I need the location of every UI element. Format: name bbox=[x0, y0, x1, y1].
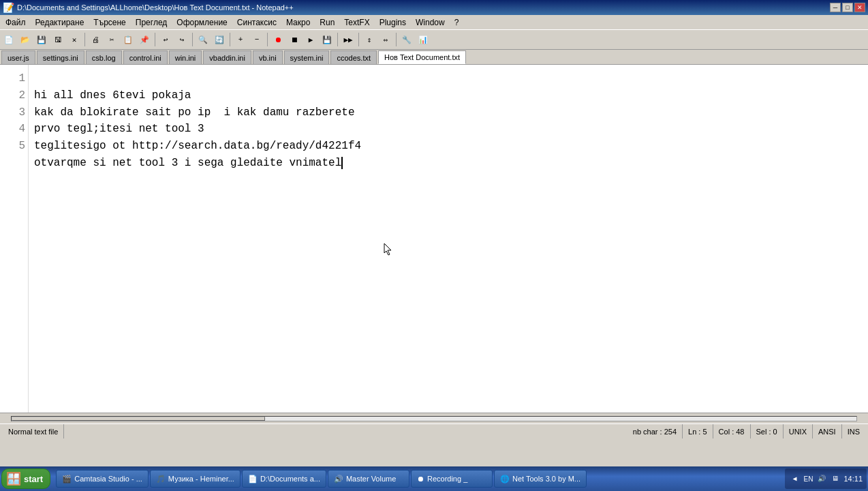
status-eol: UNIX bbox=[784, 424, 813, 438]
start-label: start bbox=[24, 474, 43, 484]
taskbar-label-music: Музика - Heminer... bbox=[168, 475, 234, 483]
taskbar-btn-nettools[interactable]: 🌐 Net Tools 3.0 by M... bbox=[494, 470, 587, 488]
title-bar-title: 📝 D:\Documents and Settings\ALLhome\Desk… bbox=[3, 2, 294, 13]
sync-v-button[interactable]: ⇕ bbox=[362, 32, 377, 47]
menu-edit[interactable]: Редактиране bbox=[31, 16, 89, 29]
taskbar-label-camtasia: Camtasia Studio - ... bbox=[74, 475, 142, 483]
menu-syntax[interactable]: Синтаксис bbox=[233, 16, 281, 29]
maximize-button[interactable]: □ bbox=[842, 3, 853, 12]
line-num-2: 2 bbox=[5, 87, 25, 104]
paste-button[interactable]: 📌 bbox=[137, 32, 152, 47]
line-2-text: kak da blokirate sait po ip i kak damu r… bbox=[34, 106, 354, 119]
line-3-text: prvo tegl;itesi net tool 3 bbox=[34, 123, 204, 135]
menu-format[interactable]: Оформление bbox=[172, 16, 231, 29]
minimize-button[interactable]: ─ bbox=[830, 3, 841, 12]
editor-container[interactable]: 1 2 3 4 5 hi all dnes 6tevi pokaja kak d… bbox=[0, 65, 868, 413]
line-num-1: 1 bbox=[5, 70, 25, 87]
menu-bar: Файл Редактиране Търсене Преглед Оформле… bbox=[0, 15, 868, 30]
line-num-5: 5 bbox=[5, 138, 25, 155]
scrollbar-horizontal[interactable] bbox=[0, 413, 868, 423]
zoom-out-button[interactable]: − bbox=[249, 32, 264, 47]
text-cursor bbox=[341, 157, 343, 169]
taskbar-btn-recording[interactable]: ⏺ Recording _ bbox=[411, 470, 493, 488]
tray-icon-network[interactable]: 🖥 bbox=[830, 473, 841, 484]
undo-button[interactable]: ↩ bbox=[158, 32, 173, 47]
toolbar-row-1: 📄 📂 💾 🖫 ✕ 🖨 ✂ 📋 📌 ↩ ↪ 🔍 🔄 + − ⏺ ⏹ ▶ 💾 ▶▶… bbox=[1, 31, 867, 48]
taskbar-icon-recording: ⏺ bbox=[417, 475, 424, 483]
redo-button[interactable]: ↪ bbox=[174, 32, 189, 47]
start-button[interactable]: 🪟 start bbox=[1, 468, 50, 489]
tray-icon-en[interactable]: EN bbox=[803, 473, 813, 484]
open-button[interactable]: 📂 bbox=[18, 32, 33, 47]
tab-vbaddin-ini[interactable]: vbaddin.ini bbox=[203, 50, 251, 64]
editor-text-area[interactable]: hi all dnes 6tevi pokaja kak da blokirat… bbox=[29, 65, 868, 413]
taskbar-btn-music[interactable]: 🎵 Музика - Heminer... bbox=[150, 470, 241, 488]
menu-plugins[interactable]: Plugins bbox=[375, 16, 410, 29]
sync-h-button[interactable]: ⇔ bbox=[378, 32, 393, 47]
status-nbchar: nb char : 254 bbox=[627, 424, 683, 438]
menu-search[interactable]: Търсене bbox=[89, 16, 129, 29]
zoom-in-button[interactable]: + bbox=[233, 32, 248, 47]
menu-view[interactable]: Преглед bbox=[131, 16, 172, 29]
tabs-bar: user.js settings.ini csb.log control.ini… bbox=[0, 50, 868, 65]
close-button-tb[interactable]: ✕ bbox=[67, 32, 82, 47]
tab-ccodes-txt[interactable]: ccodes.txt bbox=[330, 50, 377, 64]
tab-system-ini[interactable]: system.ini bbox=[284, 50, 330, 64]
taskbar: 🪟 start 🎬 Camtasia Studio - ... 🎵 Музика… bbox=[0, 466, 868, 491]
new-button[interactable]: 📄 bbox=[1, 32, 16, 47]
tab-nov-document[interactable]: Нов Text Document.txt bbox=[378, 50, 466, 64]
extra-btn2[interactable]: 📊 bbox=[416, 32, 431, 47]
scrollbar-thumb[interactable] bbox=[12, 417, 265, 421]
menu-window[interactable]: Window bbox=[412, 16, 449, 29]
status-encoding: ANSI bbox=[813, 424, 842, 438]
copy-button[interactable]: 📋 bbox=[121, 32, 136, 47]
status-col: Col : 48 bbox=[713, 424, 751, 438]
macro-stop-button[interactable]: ⏹ bbox=[287, 32, 302, 47]
menu-run[interactable]: Run bbox=[315, 16, 339, 29]
find-button[interactable]: 🔍 bbox=[196, 32, 211, 47]
extra-btn1[interactable]: 🔧 bbox=[399, 32, 414, 47]
taskbar-label-volume: Master Volume bbox=[346, 475, 396, 483]
macro-record-button[interactable]: ⏺ bbox=[270, 32, 285, 47]
taskbar-icon-docs: 📄 bbox=[248, 475, 258, 483]
taskbar-label-nettools: Net Tools 3.0 by M... bbox=[512, 475, 580, 483]
taskbar-btn-docs[interactable]: 📄 D:\Documents a... bbox=[242, 470, 326, 488]
tab-vb-ini[interactable]: vb.ini bbox=[253, 50, 283, 64]
replace-button[interactable]: 🔄 bbox=[212, 32, 227, 47]
taskbar-icon-nettools: 🌐 bbox=[500, 475, 510, 483]
scrollbar-track[interactable] bbox=[11, 416, 857, 421]
tab-csb-log[interactable]: csb.log bbox=[86, 50, 122, 64]
close-button[interactable]: ✕ bbox=[854, 3, 865, 12]
tray-time: 14:11 bbox=[843, 475, 863, 483]
tray-icon-arrow[interactable]: ◀ bbox=[789, 473, 800, 484]
tab-win-ini[interactable]: win.ini bbox=[169, 50, 202, 64]
status-ins: INS bbox=[842, 424, 865, 438]
tab-control-ini[interactable]: control.ini bbox=[123, 50, 168, 64]
tray-icon-speaker[interactable]: 🔊 bbox=[816, 473, 827, 484]
sep1 bbox=[84, 33, 85, 46]
line-4-text: teglitesigo ot http://search.data.bg/rea… bbox=[34, 140, 361, 152]
title-bar-controls: ─ □ ✕ bbox=[830, 3, 865, 12]
taskbar-icon-music: 🎵 bbox=[156, 475, 166, 483]
taskbar-icon-volume: 🔊 bbox=[334, 475, 343, 483]
save-all-button[interactable]: 🖫 bbox=[50, 32, 65, 47]
title-bar: 📝 D:\Documents and Settings\ALLhome\Desk… bbox=[0, 0, 868, 15]
tab-user-js[interactable]: user.js bbox=[1, 50, 35, 64]
print-button[interactable]: 🖨 bbox=[88, 32, 103, 47]
line-5-text: otvarqme si net tool 3 i sega gledaite v… bbox=[34, 157, 343, 169]
macro-save-button[interactable]: 💾 bbox=[320, 32, 335, 47]
status-ln: Ln : 5 bbox=[683, 424, 713, 438]
menu-help[interactable]: ? bbox=[450, 16, 463, 29]
macro-play-button[interactable]: ▶ bbox=[303, 32, 318, 47]
menu-textfx[interactable]: TextFX bbox=[340, 16, 373, 29]
taskbar-btn-volume[interactable]: 🔊 Master Volume bbox=[328, 470, 409, 488]
menu-macro[interactable]: Макро bbox=[282, 16, 314, 29]
menu-file[interactable]: Файл bbox=[1, 16, 30, 29]
taskbar-btn-camtasia[interactable]: 🎬 Camtasia Studio - ... bbox=[56, 470, 149, 488]
sep3 bbox=[192, 33, 193, 46]
tab-settings-ini[interactable]: settings.ini bbox=[37, 50, 84, 64]
run-button[interactable]: ▶▶ bbox=[341, 32, 356, 47]
cut-button[interactable]: ✂ bbox=[104, 32, 119, 47]
save-button[interactable]: 💾 bbox=[34, 32, 49, 47]
status-filetype: Normal text file bbox=[3, 424, 64, 438]
